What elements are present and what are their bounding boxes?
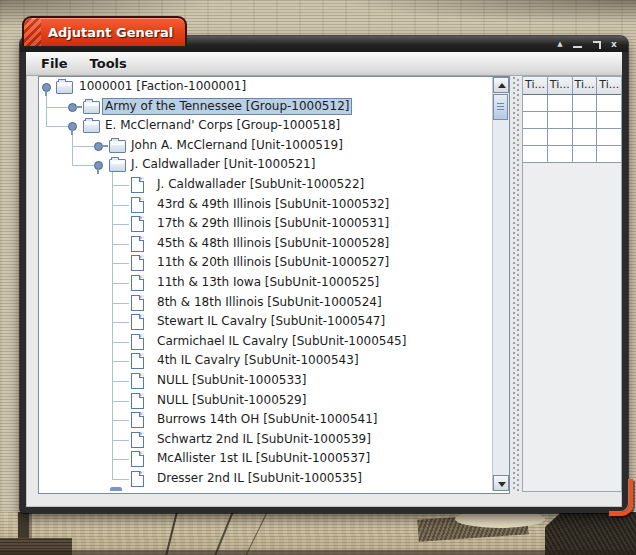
tree-connector-stub bbox=[46, 126, 68, 127]
tree-node-row[interactable]: 8th & 18th Illinois [SubUnit-1000524] bbox=[39, 293, 491, 313]
window-title: Adjutant General bbox=[48, 25, 173, 40]
tree-node-row[interactable]: J. Caldwallader [Unit-1000521] bbox=[39, 155, 491, 175]
tree-node-row[interactable]: Stewart IL Cavalry [SubUnit-1000547] bbox=[39, 312, 491, 332]
engraving-right-structure bbox=[545, 512, 636, 555]
maximize-button[interactable] bbox=[590, 38, 602, 50]
folder-icon bbox=[83, 101, 100, 114]
document-icon bbox=[131, 314, 144, 330]
tree-connector-stub bbox=[112, 185, 129, 186]
shade-button[interactable]: ▲ bbox=[554, 38, 566, 50]
table-row[interactable] bbox=[523, 95, 621, 112]
tree-connector-stub bbox=[72, 165, 94, 166]
menu-bar: File Tools bbox=[26, 52, 622, 76]
document-icon bbox=[131, 197, 144, 213]
scroll-down-button[interactable] bbox=[493, 475, 509, 491]
tree-connector-stub bbox=[112, 244, 129, 245]
tree-node-row[interactable]: Carmichael IL Cavalry [SubUnit-1000545] bbox=[39, 332, 491, 352]
tree-node-label[interactable]: J. Caldwallader [SubUnit-1000522] bbox=[155, 177, 366, 192]
tree-node-label[interactable]: 43rd & 49th Illinois [SubUnit-1000532] bbox=[155, 197, 391, 212]
menu-file[interactable]: File bbox=[26, 56, 79, 71]
tree-node-label[interactable]: 11th & 13th Iowa [SubUnit-1000525] bbox=[155, 275, 381, 290]
scroll-up-button[interactable] bbox=[493, 77, 509, 93]
tree-node-label[interactable]: Carmichael IL Cavalry [SubUnit-1000545] bbox=[155, 334, 408, 349]
tree-node-row[interactable]: J. Caldwallader [SubUnit-1000522] bbox=[39, 175, 491, 195]
tree-node-label[interactable]: J. Caldwallader [Unit-1000521] bbox=[129, 157, 317, 172]
table-column-header[interactable]: Ti... bbox=[597, 77, 621, 94]
tree-node-row[interactable]: 17th & 29th Illinois [SubUnit-1000531] bbox=[39, 214, 491, 234]
tree-node-row[interactable]: 43rd & 49th Illinois [SubUnit-1000532] bbox=[39, 195, 491, 215]
table-cell[interactable] bbox=[597, 112, 621, 129]
unit-tree[interactable]: 1000001 [Faction-1000001]Army of the Ten… bbox=[39, 77, 491, 491]
table-body[interactable] bbox=[523, 95, 621, 163]
tree-vertical-scrollbar[interactable] bbox=[492, 77, 509, 491]
table-column-header[interactable]: Ti... bbox=[548, 77, 573, 94]
table-cell[interactable] bbox=[573, 112, 598, 129]
tree-node-label[interactable]: 17th & 29th Illinois [SubUnit-1000531] bbox=[155, 216, 391, 231]
tree-connector-stub bbox=[72, 146, 94, 147]
tree-node-row[interactable]: John A. McClernand [Unit-1000519] bbox=[39, 136, 491, 156]
tree-node-label[interactable]: NULL [SubUnit-1000529] bbox=[155, 393, 308, 408]
document-icon bbox=[131, 432, 144, 448]
splitpane-divider[interactable] bbox=[512, 76, 521, 492]
tree-node-row[interactable]: NULL [SubUnit-1000529] bbox=[39, 391, 491, 411]
tree-connector-stub bbox=[112, 303, 129, 304]
table-cell[interactable] bbox=[548, 95, 573, 112]
table-cell[interactable] bbox=[597, 146, 621, 163]
tree-node-row[interactable]: 1000001 [Faction-1000001] bbox=[39, 77, 491, 97]
table-row[interactable] bbox=[523, 129, 621, 146]
tree-node-label[interactable]: 4th IL Cavalry [SubUnit-1000543] bbox=[155, 353, 361, 368]
scrollbar-thumb[interactable] bbox=[493, 94, 508, 120]
table-cell[interactable] bbox=[548, 112, 573, 129]
tree-node-row[interactable]: Army of the Tennessee [Group-1000512] bbox=[39, 97, 491, 117]
tree-node-label[interactable]: McAllister 1st IL [SubUnit-1000537] bbox=[155, 451, 372, 466]
tree-node-label[interactable]: 11th & 20th Illinois [SubUnit-1000527] bbox=[155, 255, 391, 270]
table-column-header[interactable]: Ti... bbox=[573, 77, 598, 94]
window-title-tab[interactable]: Adjutant General bbox=[22, 16, 187, 46]
tree-node-row[interactable]: 11th & 13th Iowa [SubUnit-1000525] bbox=[39, 273, 491, 293]
tree-connector-stub bbox=[112, 401, 129, 402]
tree-node-label[interactable]: Schwartz 2nd IL [SubUnit-1000539] bbox=[155, 432, 373, 447]
menu-tools[interactable]: Tools bbox=[79, 56, 138, 71]
tree-node-label[interactable]: E. McClernand' Corps [Group-1000518] bbox=[103, 118, 342, 133]
tree-node-label[interactable]: 45th & 48th Illinois [SubUnit-1000528] bbox=[155, 236, 391, 251]
tree-node-row[interactable]: McAllister 1st IL [SubUnit-1000537] bbox=[39, 449, 491, 469]
table-cell[interactable] bbox=[523, 146, 548, 163]
table-column-header[interactable]: Ti... bbox=[523, 77, 548, 94]
minimize-button[interactable] bbox=[572, 38, 584, 50]
tree-node-label[interactable]: John A. McClernand [Unit-1000519] bbox=[129, 138, 345, 153]
handle-stem bbox=[102, 145, 108, 147]
folder-icon bbox=[56, 81, 73, 94]
tree-connector-stub bbox=[112, 283, 129, 284]
table-cell[interactable] bbox=[597, 95, 621, 112]
tree-node-label[interactable]: Burrows 14th OH [SubUnit-1000541] bbox=[155, 412, 380, 427]
tree-node-row[interactable]: 4th IL Cavalry [SubUnit-1000543] bbox=[39, 351, 491, 371]
table-cell[interactable] bbox=[548, 129, 573, 146]
tree-node-label[interactable]: 8th & 18th Illinois [SubUnit-1000524] bbox=[155, 295, 384, 310]
tree-connector-stub bbox=[112, 224, 129, 225]
tree-node-row[interactable]: 11th & 20th Illinois [SubUnit-1000527] bbox=[39, 253, 491, 273]
table-cell[interactable] bbox=[523, 95, 548, 112]
tree-node-label[interactable]: 1000001 [Faction-1000001] bbox=[77, 79, 248, 94]
table-cell[interactable] bbox=[573, 95, 598, 112]
table-row[interactable] bbox=[523, 146, 621, 163]
table-row[interactable] bbox=[523, 112, 621, 129]
tree-node-row[interactable]: 45th & 48th Illinois [SubUnit-1000528] bbox=[39, 234, 491, 254]
close-button[interactable]: x bbox=[608, 38, 620, 50]
table-cell[interactable] bbox=[597, 129, 621, 146]
tree-node-label-selected[interactable]: Army of the Tennessee [Group-1000512] bbox=[103, 99, 351, 114]
tree-node-label[interactable]: NULL [SubUnit-1000533] bbox=[155, 373, 308, 388]
tree-node-label[interactable]: Stewart IL Cavalry [SubUnit-1000547] bbox=[155, 314, 387, 329]
window-resize-grip[interactable] bbox=[609, 479, 633, 516]
tree-node-row[interactable]: E. McClernand' Corps [Group-1000518] bbox=[39, 116, 491, 136]
table-cell[interactable] bbox=[523, 129, 548, 146]
tree-node-row[interactable]: Burrows 14th OH [SubUnit-1000541] bbox=[39, 410, 491, 430]
table-cell[interactable] bbox=[548, 146, 573, 163]
tree-node-row[interactable]: Schwartz 2nd IL [SubUnit-1000539] bbox=[39, 430, 491, 450]
table-cell[interactable] bbox=[523, 112, 548, 129]
tree-connector-stub bbox=[112, 440, 129, 441]
tree-node-label[interactable]: Dresser 2nd IL [SubUnit-1000535] bbox=[155, 471, 364, 486]
table-cell[interactable] bbox=[573, 129, 598, 146]
tree-node-row[interactable]: NULL [SubUnit-1000533] bbox=[39, 371, 491, 391]
tree-node-row[interactable]: Dresser 2nd IL [SubUnit-1000535] bbox=[39, 469, 491, 489]
table-cell[interactable] bbox=[573, 146, 598, 163]
